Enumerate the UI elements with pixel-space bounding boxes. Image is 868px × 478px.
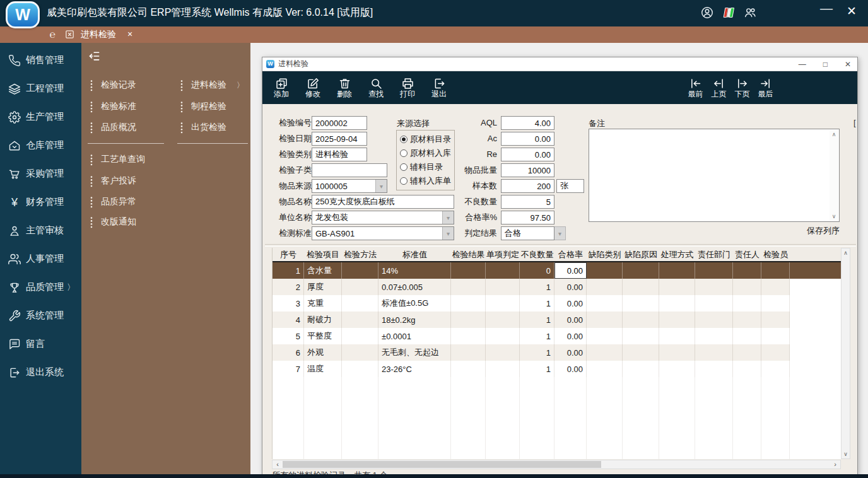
account-icon[interactable] (700, 6, 714, 20)
panel-item-b1[interactable]: 客户投诉 (90, 175, 136, 187)
sidebar-item-production[interactable]: 生产管理 (0, 103, 81, 131)
dialog-close-button[interactable]: ✕ (845, 60, 851, 69)
re-field[interactable] (501, 148, 554, 161)
panel-item-b0[interactable]: 工艺单查询 (90, 153, 145, 166)
first-button[interactable]: 最前 (684, 73, 707, 102)
sidebar-item-messages[interactable]: 留言 (0, 330, 81, 358)
column-header[interactable]: 责任部门 (695, 248, 733, 261)
find-button[interactable]: 查找 (362, 73, 390, 102)
column-header[interactable]: 缺陷原因 (623, 248, 659, 261)
column-header[interactable]: 缺陷类别 (587, 248, 623, 261)
pass-rate-field[interactable] (501, 211, 554, 224)
table-vertical-scrollbar[interactable]: ∧ ∨ (841, 248, 850, 459)
radio-icon[interactable] (400, 163, 408, 171)
last-button[interactable]: 最后 (754, 73, 777, 102)
column-header[interactable]: 不良数量 (520, 248, 554, 261)
sample-qty-field[interactable] (501, 179, 554, 193)
panel-item-b3[interactable]: 改版通知 (90, 216, 136, 228)
table-horizontal-scrollbar[interactable]: ‹ › (272, 460, 841, 469)
scroll-up-icon[interactable]: ∧ (832, 131, 836, 137)
panel-item-0[interactable]: 检验记录 (90, 79, 136, 91)
sidebar-item-exit-system[interactable]: 退出系统 (0, 358, 81, 387)
table-row[interactable]: 4耐破力18±0.2kg10.00 (273, 312, 842, 328)
scroll-left-icon[interactable]: ‹ (273, 460, 282, 469)
prev-button[interactable]: 上页 (707, 73, 730, 102)
window-minimize-button[interactable]: — (818, 1, 835, 16)
inspection-date-field[interactable] (312, 132, 367, 146)
column-header[interactable]: 检验方法 (342, 248, 378, 261)
delete-button[interactable]: 删除 (331, 73, 358, 102)
panel-item-2[interactable]: 品质概况 (90, 121, 136, 134)
inspection-no-field[interactable] (312, 116, 367, 130)
radio-icon[interactable] (400, 177, 408, 185)
radio-auxiliary-catalog[interactable]: 辅料目录 (400, 162, 443, 172)
unit-name-value[interactable] (312, 211, 442, 224)
table-row[interactable]: 6外观无毛刺、无起边10.00 (273, 344, 842, 361)
judgement-combo[interactable]: ▾ (501, 226, 566, 240)
sidebar-item-engineering[interactable]: 工程管理 (0, 74, 81, 103)
radio-auxiliary-inbound[interactable]: 辅料入库单 (400, 176, 451, 186)
panel-item-1[interactable]: 检验标准 (90, 100, 136, 113)
panel-item-r2[interactable]: 出货检验 (180, 121, 226, 134)
collapse-panel-icon[interactable] (88, 50, 101, 62)
table-row[interactable]: 1含水量14%00.00 (273, 262, 842, 279)
unit-name-combo[interactable]: ▾ (312, 211, 454, 224)
sidebar-item-hr[interactable]: 人事管理 (0, 245, 81, 273)
radio-icon[interactable] (400, 136, 408, 143)
item-source-value[interactable] (312, 180, 375, 192)
radio-icon[interactable] (400, 149, 408, 157)
test-standard-combo[interactable]: ▾ (312, 226, 454, 240)
column-header[interactable]: 检验结果 (451, 248, 486, 261)
dialog-titlebar[interactable]: W 进料检验 — □ ✕ (262, 57, 857, 71)
chevron-down-icon[interactable]: ▾ (554, 226, 566, 240)
tab-close-icon[interactable]: × (127, 29, 132, 40)
column-header[interactable]: 合格率 (554, 248, 587, 261)
chevron-down-icon[interactable]: ▾ (375, 180, 387, 192)
sidebar-item-finance[interactable]: ¥财务管理 (0, 188, 81, 216)
test-standard-value[interactable] (312, 227, 442, 240)
estimated-icon[interactable]: ℮ (47, 29, 58, 40)
exit-button[interactable]: 退出 (425, 73, 453, 102)
scrollbar-thumb[interactable] (283, 461, 601, 468)
inspection-subtype-field[interactable] (312, 163, 387, 177)
radio-raw-material-catalog[interactable]: 原材料目录 (400, 134, 451, 144)
table-row[interactable]: 7温度23-26°C10.00 (273, 361, 842, 377)
column-header[interactable]: 单项判定 (486, 248, 520, 261)
scroll-down-icon[interactable]: ∨ (832, 213, 836, 219)
radio-raw-material-inbound[interactable]: 原材料入库 (400, 148, 451, 158)
defect-qty-field[interactable] (501, 195, 554, 209)
sample-unit-field[interactable] (556, 179, 584, 193)
column-header[interactable]: 处理方式 (659, 248, 695, 261)
sidebar-item-quality[interactable]: 品质管理〉 (0, 273, 81, 301)
panel-item-b2[interactable]: 品质异常 (90, 195, 136, 208)
table-row[interactable]: 5平整度±0.000110.00 (273, 328, 842, 344)
aql-field[interactable] (501, 116, 554, 130)
sidebar-item-purchasing[interactable]: 采购管理 (0, 160, 81, 188)
column-header[interactable]: 检验员 (761, 248, 790, 261)
batch-qty-field[interactable] (501, 163, 554, 177)
dialog-minimize-button[interactable]: — (799, 60, 806, 69)
pass-rate-edit-cell[interactable]: 0.00 (554, 262, 587, 279)
table-row[interactable]: 2厚度0.07±0.00510.00 (273, 279, 842, 295)
edit-button[interactable]: 修改 (299, 73, 327, 102)
print-button[interactable]: 打印 (394, 73, 421, 102)
sidebar-item-warehouse[interactable]: 仓库管理 (0, 131, 81, 160)
remark-scrollbar[interactable]: ∧ ∨ (830, 130, 838, 221)
scroll-right-icon[interactable]: › (831, 460, 840, 469)
sidebar-item-sales[interactable]: 销售管理 (0, 46, 81, 74)
item-source-combo[interactable]: ▾ (312, 179, 387, 193)
sidebar-item-system[interactable]: 系统管理 (0, 301, 81, 330)
column-header[interactable]: 序号 (273, 248, 304, 261)
column-header[interactable]: 标准值 (378, 248, 451, 261)
inspection-category-field[interactable] (312, 148, 367, 161)
close-all-tabs-icon[interactable] (64, 29, 75, 40)
table-row[interactable]: 3克重标准值±0.5G10.00 (273, 295, 842, 312)
remark-textarea[interactable]: ∧ ∨ (589, 129, 840, 222)
judgement-value[interactable] (501, 226, 554, 240)
sidebar-item-supervisor-audit[interactable]: 主管审核 (0, 216, 81, 245)
scroll-up-icon[interactable]: ∧ (843, 250, 848, 256)
panel-item-r0[interactable]: 进料检验〉 (180, 79, 244, 91)
item-name-field[interactable] (312, 195, 454, 209)
column-header[interactable]: 检验项目 (304, 248, 342, 261)
window-close-button[interactable]: ✕ (843, 4, 860, 18)
